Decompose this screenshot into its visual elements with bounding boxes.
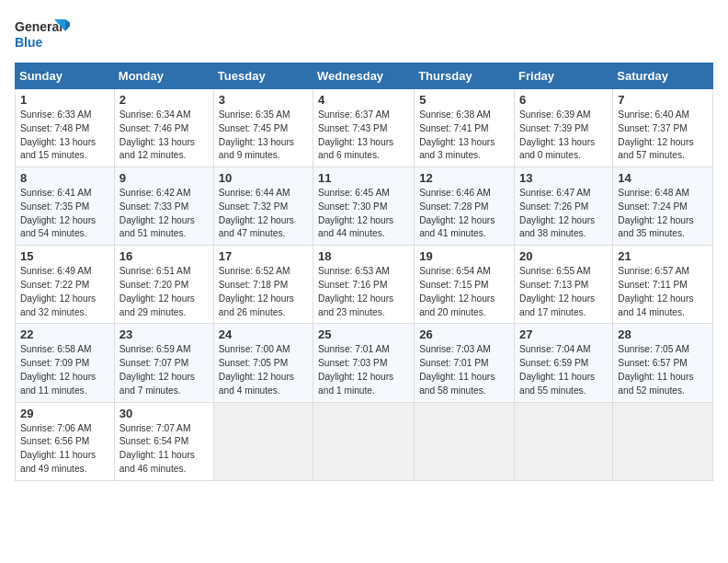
calendar-cell: 5Sunrise: 6:38 AM Sunset: 7:41 PM Daylig… <box>415 89 515 167</box>
calendar-cell: 15Sunrise: 6:49 AM Sunset: 7:22 PM Dayli… <box>16 246 115 324</box>
calendar-week-row: 15Sunrise: 6:49 AM Sunset: 7:22 PM Dayli… <box>16 246 713 324</box>
day-number: 3 <box>219 93 308 107</box>
calendar-cell <box>515 402 613 480</box>
day-number: 11 <box>318 171 409 185</box>
day-number: 12 <box>419 171 509 185</box>
calendar-cell: 4Sunrise: 6:37 AM Sunset: 7:43 PM Daylig… <box>313 89 415 167</box>
day-number: 20 <box>519 249 608 263</box>
logo: GeneralBlue <box>15 15 70 55</box>
calendar-cell: 12Sunrise: 6:46 AM Sunset: 7:28 PM Dayli… <box>415 167 515 246</box>
day-number: 22 <box>20 327 109 341</box>
day-number: 13 <box>519 171 608 185</box>
calendar-cell: 21Sunrise: 6:57 AM Sunset: 7:11 PM Dayli… <box>613 246 713 324</box>
calendar-cell: 17Sunrise: 6:52 AM Sunset: 7:18 PM Dayli… <box>213 246 313 324</box>
calendar-cell <box>313 402 415 480</box>
weekday-header: Thursday <box>415 63 515 89</box>
day-number: 4 <box>318 93 409 107</box>
calendar-header-row: SundayMondayTuesdayWednesdayThursdayFrid… <box>16 63 713 89</box>
calendar-cell: 10Sunrise: 6:44 AM Sunset: 7:32 PM Dayli… <box>213 167 313 246</box>
day-info: Sunrise: 6:34 AM Sunset: 7:46 PM Dayligh… <box>119 109 209 163</box>
calendar-cell: 7Sunrise: 6:40 AM Sunset: 7:37 PM Daylig… <box>613 89 713 167</box>
day-info: Sunrise: 6:39 AM Sunset: 7:39 PM Dayligh… <box>519 109 608 163</box>
day-info: Sunrise: 6:59 AM Sunset: 7:07 PM Dayligh… <box>119 343 209 397</box>
day-info: Sunrise: 6:48 AM Sunset: 7:24 PM Dayligh… <box>618 187 708 241</box>
calendar-cell: 14Sunrise: 6:48 AM Sunset: 7:24 PM Dayli… <box>613 167 713 246</box>
calendar-cell: 20Sunrise: 6:55 AM Sunset: 7:13 PM Dayli… <box>515 246 613 324</box>
svg-marker-3 <box>65 19 70 31</box>
day-number: 5 <box>419 93 509 107</box>
calendar-week-row: 1Sunrise: 6:33 AM Sunset: 7:48 PM Daylig… <box>16 89 713 167</box>
day-info: Sunrise: 6:40 AM Sunset: 7:37 PM Dayligh… <box>618 109 708 163</box>
day-info: Sunrise: 6:53 AM Sunset: 7:16 PM Dayligh… <box>318 265 409 319</box>
day-info: Sunrise: 6:54 AM Sunset: 7:15 PM Dayligh… <box>419 265 509 319</box>
day-info: Sunrise: 6:51 AM Sunset: 7:20 PM Dayligh… <box>119 265 209 319</box>
calendar-cell: 28Sunrise: 7:05 AM Sunset: 6:57 PM Dayli… <box>613 324 713 402</box>
weekday-header: Friday <box>515 63 613 89</box>
day-info: Sunrise: 6:45 AM Sunset: 7:30 PM Dayligh… <box>318 187 409 241</box>
calendar-cell: 2Sunrise: 6:34 AM Sunset: 7:46 PM Daylig… <box>114 89 213 167</box>
calendar-cell: 16Sunrise: 6:51 AM Sunset: 7:20 PM Dayli… <box>114 246 213 324</box>
day-number: 8 <box>20 171 109 185</box>
svg-text:Blue: Blue <box>15 35 43 50</box>
calendar-cell: 11Sunrise: 6:45 AM Sunset: 7:30 PM Dayli… <box>313 167 415 246</box>
day-number: 2 <box>119 93 209 107</box>
day-number: 15 <box>20 249 109 263</box>
day-number: 21 <box>618 249 708 263</box>
day-number: 28 <box>618 327 708 341</box>
page-header: GeneralBlue <box>15 15 713 55</box>
calendar-cell <box>415 402 515 480</box>
calendar-cell: 25Sunrise: 7:01 AM Sunset: 7:03 PM Dayli… <box>313 324 415 402</box>
calendar-cell: 9Sunrise: 6:42 AM Sunset: 7:33 PM Daylig… <box>114 167 213 246</box>
day-info: Sunrise: 7:01 AM Sunset: 7:03 PM Dayligh… <box>318 343 409 397</box>
calendar-cell: 13Sunrise: 6:47 AM Sunset: 7:26 PM Dayli… <box>515 167 613 246</box>
day-info: Sunrise: 7:07 AM Sunset: 6:54 PM Dayligh… <box>119 422 209 477</box>
calendar-cell <box>613 402 713 480</box>
weekday-header: Tuesday <box>213 63 313 89</box>
calendar-cell: 19Sunrise: 6:54 AM Sunset: 7:15 PM Dayli… <box>415 246 515 324</box>
calendar-cell: 6Sunrise: 6:39 AM Sunset: 7:39 PM Daylig… <box>515 89 613 167</box>
day-number: 7 <box>618 93 708 107</box>
calendar-cell: 23Sunrise: 6:59 AM Sunset: 7:07 PM Dayli… <box>114 324 213 402</box>
day-number: 6 <box>519 93 608 107</box>
day-number: 18 <box>318 249 409 263</box>
day-number: 9 <box>119 171 209 185</box>
day-info: Sunrise: 7:06 AM Sunset: 6:56 PM Dayligh… <box>20 422 109 477</box>
day-info: Sunrise: 6:44 AM Sunset: 7:32 PM Dayligh… <box>219 187 308 241</box>
day-info: Sunrise: 7:03 AM Sunset: 7:01 PM Dayligh… <box>419 343 509 397</box>
calendar-cell <box>213 402 313 480</box>
day-info: Sunrise: 6:58 AM Sunset: 7:09 PM Dayligh… <box>20 343 109 397</box>
calendar-cell: 29Sunrise: 7:06 AM Sunset: 6:56 PM Dayli… <box>16 402 115 480</box>
day-info: Sunrise: 6:52 AM Sunset: 7:18 PM Dayligh… <box>219 265 308 319</box>
weekday-header: Sunday <box>16 63 115 89</box>
calendar-week-row: 8Sunrise: 6:41 AM Sunset: 7:35 PM Daylig… <box>16 167 713 246</box>
day-info: Sunrise: 6:35 AM Sunset: 7:45 PM Dayligh… <box>219 109 308 163</box>
day-info: Sunrise: 7:04 AM Sunset: 6:59 PM Dayligh… <box>519 343 608 397</box>
logo-svg: GeneralBlue <box>15 15 70 55</box>
day-info: Sunrise: 6:55 AM Sunset: 7:13 PM Dayligh… <box>519 265 608 319</box>
calendar-cell: 3Sunrise: 6:35 AM Sunset: 7:45 PM Daylig… <box>213 89 313 167</box>
day-info: Sunrise: 6:37 AM Sunset: 7:43 PM Dayligh… <box>318 109 409 163</box>
svg-text:General: General <box>15 19 63 34</box>
day-info: Sunrise: 7:00 AM Sunset: 7:05 PM Dayligh… <box>219 343 308 397</box>
day-info: Sunrise: 6:49 AM Sunset: 7:22 PM Dayligh… <box>20 265 109 319</box>
calendar-cell: 18Sunrise: 6:53 AM Sunset: 7:16 PM Dayli… <box>313 246 415 324</box>
day-number: 10 <box>219 171 308 185</box>
day-number: 14 <box>618 171 708 185</box>
day-info: Sunrise: 6:57 AM Sunset: 7:11 PM Dayligh… <box>618 265 708 319</box>
day-info: Sunrise: 6:46 AM Sunset: 7:28 PM Dayligh… <box>419 187 509 241</box>
day-info: Sunrise: 6:47 AM Sunset: 7:26 PM Dayligh… <box>519 187 608 241</box>
calendar-week-row: 29Sunrise: 7:06 AM Sunset: 6:56 PM Dayli… <box>16 402 713 480</box>
day-number: 29 <box>20 407 109 420</box>
day-number: 30 <box>119 407 209 420</box>
calendar-cell: 1Sunrise: 6:33 AM Sunset: 7:48 PM Daylig… <box>16 89 115 167</box>
day-info: Sunrise: 6:42 AM Sunset: 7:33 PM Dayligh… <box>119 187 209 241</box>
day-info: Sunrise: 7:05 AM Sunset: 6:57 PM Dayligh… <box>618 343 708 397</box>
day-number: 16 <box>119 249 209 263</box>
weekday-header: Monday <box>114 63 213 89</box>
day-number: 26 <box>419 327 509 341</box>
calendar-week-row: 22Sunrise: 6:58 AM Sunset: 7:09 PM Dayli… <box>16 324 713 402</box>
day-number: 25 <box>318 327 409 341</box>
calendar-cell: 30Sunrise: 7:07 AM Sunset: 6:54 PM Dayli… <box>114 402 213 480</box>
day-number: 27 <box>519 327 608 341</box>
day-info: Sunrise: 6:33 AM Sunset: 7:48 PM Dayligh… <box>20 109 109 163</box>
